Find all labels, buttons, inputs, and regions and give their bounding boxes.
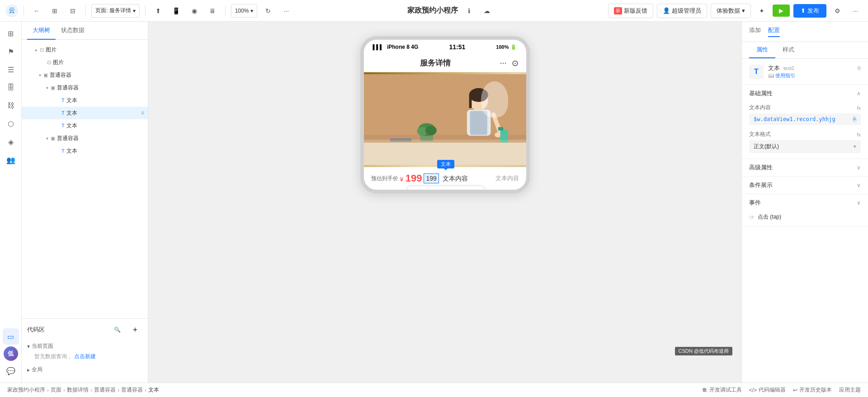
avatar[interactable]: 低 [4, 346, 18, 361]
main-layout: ⊞ ⚑ ☰ 🗄 ⛓ ⬡ ◈ 👥 ▭ 低 💬 大纲树 状态数据 ▸ ⊡ 图片 ≡ [0, 22, 868, 383]
tree-item-text4[interactable]: T 文本 [22, 145, 148, 157]
selected-text-element[interactable]: 199 [424, 173, 439, 183]
device-tablet-button[interactable]: 🖥 [205, 4, 220, 18]
advanced-props-header[interactable]: 高级属性 ∨ [742, 159, 868, 176]
arrow-open-3: ▾ [43, 136, 51, 141]
sidebar-item-data[interactable]: 🗄 [3, 79, 19, 96]
component-link[interactable]: 📖 使用指引 [768, 72, 861, 79]
tree-item-container3[interactable]: ▾ ▣ 普通容器 [22, 132, 148, 145]
copy-formula-icon[interactable]: ⎘ [853, 116, 856, 122]
zoom-selector[interactable]: 100% ▾ [231, 4, 258, 18]
preview-active-button[interactable]: ◉ [187, 4, 202, 18]
component-type-icon: T [749, 65, 764, 79]
new-feedback-button[interactable]: 新 新版反馈 [608, 4, 653, 18]
fx-button-format[interactable]: fx [857, 132, 861, 137]
sidebar-item-monitor[interactable]: ▭ [3, 328, 19, 345]
play-button[interactable]: ▶ [773, 5, 790, 17]
sidebar-item-links[interactable]: ⛓ [3, 98, 19, 114]
events-header[interactable]: 事件 ∨ [742, 194, 868, 211]
refresh-button[interactable]: ↻ [261, 4, 275, 18]
tree-item-text2[interactable]: T 文本 ≡ [22, 107, 148, 119]
nav-title: 服务详情 [420, 58, 451, 68]
tab-state-data[interactable]: 状态数据 [56, 22, 90, 40]
breadcrumb-pages[interactable]: 页面 [51, 386, 61, 394]
tree-item-img2[interactable]: ⊡ 图片 ≡ [22, 56, 148, 69]
network-label: iPhone 8 4G [387, 44, 418, 50]
magic-button[interactable]: ✦ [755, 4, 769, 18]
data-button[interactable]: 体验数据 ▾ [711, 4, 751, 18]
tab-outline[interactable]: 大纲树 [27, 22, 56, 40]
price-section: 预估到手价 ¥ 199 文本 199 文本内容 ✏ ⊡ [364, 167, 526, 190]
sidebar-item-shield[interactable]: ⬡ [3, 116, 19, 132]
admin-button[interactable]: 👤 超级管理员 [657, 4, 707, 18]
tab-add[interactable]: 添加 [749, 26, 761, 37]
sidebar-item-components[interactable]: ☰ [3, 61, 19, 78]
sidebar-item-home[interactable]: ⊞ [3, 25, 19, 42]
more-button-left[interactable]: ··· [279, 4, 293, 18]
view-split-button[interactable]: ⊟ [66, 4, 80, 18]
price-right-text: 文本内容 [495, 174, 519, 182]
dev-history-btn[interactable]: ↩ 开发历史版本 [793, 386, 832, 394]
nav-more-icon[interactable]: ··· [500, 58, 506, 68]
nav-close-icon[interactable]: ⊙ [512, 58, 519, 68]
sidebar-item-assistant[interactable]: 💬 [3, 363, 19, 379]
search-button[interactable]: 🔍 [110, 322, 124, 337]
edit-action-btn[interactable]: ✏ [413, 189, 424, 194]
basic-props-header[interactable]: 基础属性 ∧ [742, 85, 868, 102]
view-grid-button[interactable]: ⊞ [47, 4, 62, 18]
info-button[interactable]: ℹ [462, 4, 476, 18]
component-name: 文本 [768, 64, 780, 72]
svg-rect-16 [500, 130, 508, 143]
breadcrumb-app[interactable]: 家政预约小程序 [7, 386, 45, 394]
current-page-toggle[interactable]: ▾ 当前页面 [27, 341, 142, 352]
breadcrumb-data-detail[interactable]: 数据详情 [67, 386, 89, 394]
cloud-button[interactable]: ☁ [480, 4, 494, 18]
page-selector[interactable]: 页面: 服务详情 ▾ [91, 4, 140, 18]
sidebar-item-team[interactable]: 👥 [3, 152, 19, 168]
tab-config[interactable]: 配置 [768, 26, 780, 37]
battery-icon: 🔋 [510, 44, 517, 50]
format-select[interactable]: 正文(默认) ▾ [749, 140, 861, 153]
breadcrumb-container2[interactable]: 普通容器 [121, 386, 143, 394]
back-button[interactable]: ← [29, 4, 44, 18]
publish-button[interactable]: ⬆ 发布 [793, 4, 826, 18]
svg-rect-17 [498, 127, 503, 131]
delete-action-btn[interactable]: 🗑 [467, 189, 478, 194]
fx-button-text[interactable]: fx [857, 105, 861, 111]
tree-item-container1[interactable]: ▾ ▣ 普通容器 [22, 69, 148, 81]
book-icon: 📖 [768, 73, 774, 79]
svg-rect-11 [364, 139, 526, 143]
tree-item-text1[interactable]: T 文本 [22, 94, 148, 107]
more-button-right[interactable]: ··· [848, 4, 863, 18]
export-button[interactable]: ⬆ [151, 4, 165, 18]
drag-handle-3[interactable]: ≡ [141, 110, 144, 116]
breadcrumb-container1[interactable]: 普通容器 [94, 386, 116, 394]
save-action-btn[interactable]: ⊡ [431, 189, 442, 194]
apply-theme-btn[interactable]: 应用主题 [839, 386, 861, 394]
add-code-button[interactable]: + [128, 322, 142, 337]
code-section-title: 代码区 [27, 326, 45, 334]
sidebar-item-flow[interactable]: ◈ [3, 134, 19, 150]
component-copy-btn[interactable]: ⎘ [858, 65, 861, 71]
formula-input[interactable]: $w.dataView1.record.yhhjg ⎘ [749, 113, 861, 125]
play-icon: ▶ [779, 7, 783, 14]
prop-tab-style[interactable]: 样式 [775, 42, 802, 58]
device-phone-button[interactable]: 📱 [169, 4, 184, 18]
copy-action-btn[interactable]: ⎘ [449, 189, 460, 194]
chevron-down-icon-adv: ∨ [857, 164, 861, 171]
sidebar-item-pages[interactable]: ⚑ [3, 43, 19, 60]
settings-button[interactable]: ⚙ [830, 4, 844, 18]
create-link[interactable]: 点击新建 [74, 353, 96, 360]
code-editor-btn[interactable]: </> 代码编辑器 [749, 386, 786, 394]
prop-tab-attr[interactable]: 属性 [749, 42, 775, 58]
tree-item-container2[interactable]: ▾ ▣ 普通容器 [22, 81, 148, 94]
swiper-container [364, 72, 526, 167]
advanced-props-section: 高级属性 ∨ [742, 159, 868, 177]
chevron-up-icon: ∧ [857, 90, 861, 97]
dev-tools-btn[interactable]: 🛠 开发调试工具 [702, 386, 742, 394]
tree-item-text3[interactable]: T 文本 [22, 119, 148, 132]
tree-item-img1[interactable]: ▸ ⊡ 图片 ≡ [22, 43, 148, 56]
global-toggle[interactable]: ▸ 全局 [27, 364, 142, 375]
container-icon-2: ▣ [51, 85, 55, 91]
conditional-header[interactable]: 条件展示 ∨ [742, 177, 868, 194]
